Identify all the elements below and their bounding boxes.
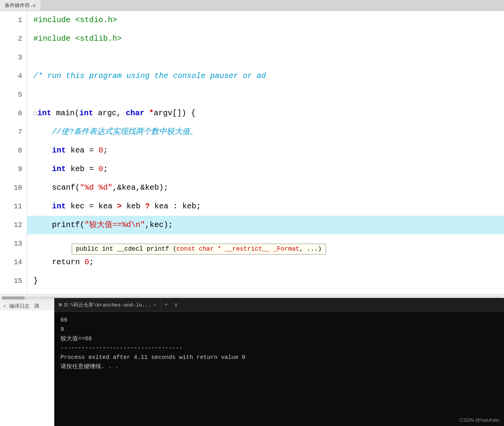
line-number-2: 2 [3,29,22,48]
terminal-close-icon[interactable]: ✕ [153,302,156,308]
line-numbers: 123456789101112131415 [0,11,27,294]
collapse-icon[interactable]: □ [33,111,36,117]
code-line-8: int kea = 0; [27,141,504,160]
tab-bar: 条件操作符.c [0,0,504,11]
csdn-watermark-text: CSDN @haluhalu. [460,417,501,423]
code-line-11: int kec = kea > keb ? kea : keb; [27,197,504,216]
csdn-watermark: CSDN @haluhalu. [460,417,501,423]
line-number-8: 8 [3,141,22,160]
terminal-output-line: Process exited after 4.11 seconds with r… [60,353,498,362]
code-line-1: #include <stdio.h> [27,11,504,29]
tab-item[interactable]: 条件操作符.c [0,0,41,10]
code-line-3 [27,48,504,67]
line-number-15: 15 [3,272,22,290]
terminal-content: 669较大值==66------------------------------… [54,312,504,426]
terminal-output-line: ----------------------------------- [60,344,498,353]
code-line-4: /* run this program using the console pa… [27,67,504,85]
terminal-output-line: 66 [60,316,498,325]
check-icon: ✓ [3,303,6,309]
code-line-5 [27,85,504,104]
line-number-13: 13 [3,234,22,253]
code-line-9: int keb = 0; [27,160,504,178]
line-number-7: 7 [3,123,22,141]
status-label-1: 编译日志 [9,303,29,309]
code-line-6: □int main(int argc, char *argv[]) { [27,104,504,123]
status-label-2: 调 [34,303,39,309]
status-item-1[interactable]: ✓ 编译日志 [3,303,29,310]
editor-area: 123456789101112131415 #include <stdio.h>… [0,11,504,294]
code-line-14: return 0; [27,253,504,272]
code-line-15: } [27,272,504,290]
line-number-9: 9 [3,160,22,178]
tooltip-suffix: , ...) [299,246,322,253]
terminal-output-line: 请按任意键继续. . . [60,362,498,372]
terminal-dropdown-button[interactable]: ∨ [171,301,181,309]
tab-label: 条件操作符.c [5,2,36,9]
tooltip-type: const char * __restrict__ _Format [176,246,299,253]
line-number-12: 12 [3,216,22,234]
line-number-6: 6 [3,104,22,123]
line-number-10: 10 [3,178,22,197]
scrollbar-thumb[interactable] [2,296,25,300]
code-line-7: //使?条件表达式实现找两个数中较大值。 [27,123,504,141]
code-line-10: scanf("%d %d",&kea,&keb); [27,178,504,197]
line-number-3: 3 [3,48,22,67]
terminal-output-line: 较大值==66 [60,334,498,344]
line-number-11: 11 [3,197,22,216]
line-number-5: 5 [3,85,22,104]
line-number-1: 1 [3,11,22,29]
tooltip-popup: public int __cdecl printf (const char * … [72,244,326,255]
terminal-tab-icon: ⊞ [59,302,62,308]
terminal-tab-label: D:\码云仓库\branches-and-lo... [64,301,151,308]
code-line-12: printf("较大值==%d\n",kec); [27,216,504,234]
line-number-14: 14 [3,253,22,272]
terminal-container: ⊞ D:\码云仓库\branches-and-lo... ✕ + ∨ 669较大… [54,298,504,426]
tooltip-prefix: public int __cdecl printf ( [76,246,176,253]
terminal-tab-bar: ⊞ D:\码云仓库\branches-and-lo... ✕ + ∨ [54,298,504,312]
code-line-2: #include <stdlib.h> [27,29,504,48]
terminal-output-line: 9 [60,325,498,334]
terminal-tab[interactable]: ⊞ D:\码云仓库\branches-and-lo... ✕ [54,298,161,312]
line-number-4: 4 [3,67,22,85]
terminal-add-button[interactable]: + [161,301,171,308]
status-item-2[interactable]: 调 [34,303,39,310]
